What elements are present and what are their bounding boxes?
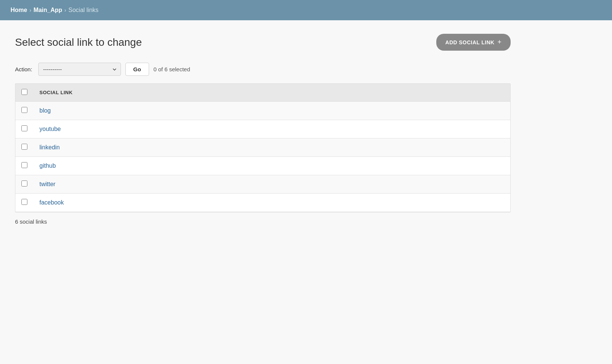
table-row: github (15, 157, 510, 175)
table-row: blog (15, 102, 510, 120)
selected-count: 0 of 6 selected (154, 66, 190, 72)
breadcrumb-home[interactable]: Home (11, 7, 27, 14)
social-links-table: SOCIAL LINK blogyoutubelinkedingithubtwi… (15, 84, 510, 212)
breadcrumb-separator-2: › (65, 7, 66, 13)
main-content: Select social link to change ADD SOCIAL … (0, 20, 526, 244)
row-checkbox-cell-5 (15, 175, 33, 194)
row-checkbox-cell-4 (15, 157, 33, 175)
row-6-cell: facebook (33, 194, 510, 212)
table-footer: 6 social links (15, 212, 511, 231)
row-1-cell: blog (33, 102, 510, 120)
add-social-link-label: ADD SOCIAL LINK (445, 39, 494, 45)
row-5-cell: twitter (33, 175, 510, 194)
row-5-checkbox[interactable] (21, 180, 27, 187)
social-link-twitter[interactable]: twitter (39, 181, 56, 187)
row-2-cell: youtube (33, 120, 510, 138)
action-select[interactable]: ---------- (38, 63, 121, 76)
row-4-checkbox[interactable] (21, 162, 27, 168)
add-social-link-button[interactable]: ADD SOCIAL LINK + (436, 34, 511, 51)
table-row: youtube (15, 120, 510, 138)
row-4-cell: github (33, 157, 510, 175)
row-1-checkbox[interactable] (21, 107, 27, 113)
breadcrumb-current: Social links (68, 7, 98, 14)
table-row: facebook (15, 194, 510, 212)
row-3-checkbox[interactable] (21, 144, 27, 150)
row-3-cell: linkedin (33, 138, 510, 157)
action-label: Action: (15, 66, 32, 72)
table-body: blogyoutubelinkedingithubtwitterfacebook (15, 102, 510, 212)
header-checkbox-cell (15, 84, 33, 102)
action-select-wrapper: ---------- (38, 63, 121, 76)
social-link-linkedin[interactable]: linkedin (39, 144, 60, 150)
breadcrumb-separator-1: › (29, 7, 31, 13)
add-icon: + (497, 38, 502, 46)
social-link-github[interactable]: github (39, 162, 56, 169)
breadcrumb: Home › Main_App › Social links (11, 7, 98, 14)
page-title: Select social link to change (15, 36, 142, 48)
table-header-row: SOCIAL LINK (15, 84, 510, 102)
social-link-youtube[interactable]: youtube (39, 126, 61, 132)
select-all-checkbox[interactable] (21, 89, 27, 95)
top-nav-bar: Home › Main_App › Social links (0, 0, 612, 20)
row-2-checkbox[interactable] (21, 125, 27, 131)
row-checkbox-cell-6 (15, 194, 33, 212)
page-header: Select social link to change ADD SOCIAL … (15, 34, 511, 51)
social-links-table-container: SOCIAL LINK blogyoutubelinkedingithubtwi… (15, 83, 511, 212)
social-link-facebook[interactable]: facebook (39, 199, 64, 206)
row-6-checkbox[interactable] (21, 199, 27, 205)
action-bar: Action: ---------- Go 0 of 6 selected (15, 63, 511, 76)
go-button[interactable]: Go (125, 63, 149, 76)
breadcrumb-app[interactable]: Main_App (33, 7, 62, 14)
row-checkbox-cell-2 (15, 120, 33, 138)
social-link-column-header: SOCIAL LINK (33, 84, 510, 102)
social-link-blog[interactable]: blog (39, 107, 51, 114)
row-checkbox-cell-3 (15, 138, 33, 157)
row-checkbox-cell-1 (15, 102, 33, 120)
table-row: twitter (15, 175, 510, 194)
table-row: linkedin (15, 138, 510, 157)
